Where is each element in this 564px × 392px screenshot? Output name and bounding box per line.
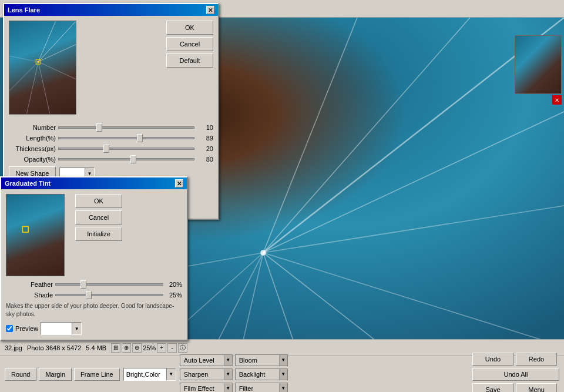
action-row-1: Auto Level ▼ Bloom ▼ (180, 354, 288, 366)
action-dropdowns-group: Auto Level ▼ Bloom ▼ Sharpen ▼ Backlight… (180, 354, 288, 393)
menu-button[interactable]: Menu (516, 383, 557, 393)
number-value: 10 (197, 124, 213, 131)
bright-color-arrow-icon[interactable]: ▼ (166, 368, 176, 380)
film-effect-arrow-icon[interactable]: ▼ (224, 383, 232, 393)
right-panel: Undo Redo Undo All Save Menu (472, 353, 559, 393)
grad-ok-button[interactable]: OK (75, 194, 122, 208)
backlight-dropdown[interactable]: Backlight ▼ (235, 368, 288, 380)
length-slider[interactable] (58, 137, 194, 139)
margin-button[interactable]: Margin (39, 368, 72, 381)
redo-button[interactable]: Redo (516, 353, 557, 366)
grad-top-section: OK Cancel Initialize (6, 194, 182, 276)
lens-flare-default-button[interactable]: Default (166, 53, 213, 68)
number-slider-row: Number 10 (9, 124, 213, 131)
grad-cancel-button[interactable]: Cancel (75, 210, 122, 225)
bloom-label: Bloom (236, 357, 279, 364)
opacity-value: 80 (197, 156, 213, 163)
frame-line-button[interactable]: Frame Line (74, 368, 120, 381)
zoom-minus-button[interactable]: - (167, 343, 177, 353)
zoom-in-button[interactable]: ⊕ (122, 343, 131, 353)
grad-preview-label: Preview (15, 325, 38, 332)
undo-button[interactable]: Undo (472, 353, 513, 366)
thickness-label: Thickness(px) (9, 145, 56, 152)
thumbnail-image (515, 35, 562, 94)
status-file-size: 5.4 MB (86, 344, 106, 351)
opacity-slider[interactable] (58, 158, 194, 160)
graduated-tint-dialog: Graduated Tint ✕ OK Cancel Initialize (0, 176, 188, 341)
thumbnail-panel: ✕ (515, 35, 562, 94)
thumbnail-close-button[interactable]: ✕ (552, 95, 562, 105)
svg-point-22 (37, 61, 39, 63)
thickness-slider-row: Thickness(px) 20 (9, 145, 213, 152)
zoom-info-button[interactable]: ⓘ (178, 343, 187, 353)
grad-initialize-button[interactable]: Initialize (75, 227, 122, 241)
opacity-slider-row: Opacity(%) 80 (9, 156, 213, 163)
filter-label: Filter (236, 385, 279, 392)
status-filename: 32.jpg (5, 344, 22, 351)
bright-color-dropdown[interactable]: Bright,Color ▼ (123, 368, 176, 381)
filter-arrow-icon[interactable]: ▼ (279, 383, 287, 393)
auto-level-dropdown[interactable]: Auto Level ▼ (180, 354, 233, 366)
backlight-label: Backlight (236, 371, 279, 378)
number-thumb[interactable] (96, 123, 102, 132)
graduated-tint-title: Graduated Tint (5, 180, 51, 187)
zoom-controls: ⊞ ⊕ ⊖ 25% + - ⓘ (111, 343, 187, 353)
bloom-arrow-icon[interactable]: ▼ (279, 355, 287, 366)
bright-color-label: Bright,Color (124, 371, 166, 378)
zoom-plus-button[interactable]: + (157, 343, 166, 353)
shade-slider-row: Shade 25% (6, 292, 182, 299)
lens-flare-ok-button[interactable]: OK (166, 21, 213, 35)
sharpen-dropdown[interactable]: Sharpen ▼ (180, 368, 233, 380)
feather-label: Feather (6, 281, 53, 288)
feather-thumb[interactable] (80, 280, 86, 289)
svg-line-17 (38, 62, 50, 113)
number-slider[interactable] (58, 126, 194, 129)
auto-level-arrow-icon[interactable]: ▼ (224, 355, 232, 366)
length-value: 89 (197, 135, 213, 142)
length-thumb[interactable] (137, 134, 143, 142)
zoom-out-button[interactable]: ⊖ (132, 343, 142, 353)
backlight-arrow-icon[interactable]: ▼ (279, 369, 287, 380)
svg-rect-23 (22, 226, 28, 232)
grad-buttons: OK Cancel Initialize (75, 194, 122, 276)
sharpen-arrow-icon[interactable]: ▼ (224, 369, 232, 380)
preview-flare-svg (9, 21, 76, 114)
lens-flare-cancel-button[interactable]: Cancel (166, 37, 213, 51)
feather-value: 20% (166, 281, 182, 288)
opacity-thumb[interactable] (130, 155, 136, 163)
grad-preview-svg (6, 195, 64, 276)
sharpen-label: Sharpen (180, 371, 224, 378)
lens-flare-buttons: OK Cancel Default (87, 21, 213, 68)
bloom-dropdown[interactable]: Bloom ▼ (235, 354, 288, 366)
round-button[interactable]: Round (5, 368, 36, 381)
grad-mode-dropdown[interactable]: ▼ (41, 322, 82, 335)
undo-all-button[interactable]: Undo All (472, 368, 559, 381)
auto-level-label: Auto Level (180, 357, 224, 364)
thickness-thumb[interactable] (103, 145, 109, 153)
grad-preview-checkbox[interactable] (6, 325, 13, 332)
film-effect-label: Film Effect (180, 385, 224, 392)
svg-line-20 (9, 56, 38, 62)
save-button[interactable]: Save (472, 383, 513, 393)
zoom-fit-button[interactable]: ⊞ (111, 343, 120, 353)
svg-line-16 (38, 62, 76, 79)
zoom-level: 25% (143, 344, 156, 351)
feather-shade-section: Feather 20% Shade 25% (6, 276, 182, 299)
lens-preview-image (9, 21, 76, 115)
grad-preview-image (6, 194, 65, 276)
graduated-tint-body: OK Cancel Initialize Feather 20% Shade 2… (1, 189, 187, 340)
grad-mode-arrow-icon[interactable]: ▼ (72, 323, 81, 334)
shade-value: 25% (166, 292, 182, 299)
film-effect-dropdown[interactable]: Film Effect ▼ (180, 383, 233, 393)
thickness-value: 20 (197, 145, 213, 152)
shade-slider[interactable] (55, 294, 163, 296)
thickness-slider[interactable] (58, 148, 194, 150)
opacity-label: Opacity(%) (9, 156, 56, 163)
length-label: Length(%) (9, 135, 56, 142)
graduated-tint-close-button[interactable]: ✕ (175, 179, 183, 187)
action-row-2: Sharpen ▼ Backlight ▼ (180, 368, 288, 380)
filter-dropdown[interactable]: Filter ▼ (235, 383, 288, 393)
lens-flare-close-button[interactable]: ✕ (206, 6, 214, 14)
shade-thumb[interactable] (86, 291, 92, 299)
feather-slider[interactable] (55, 283, 163, 286)
